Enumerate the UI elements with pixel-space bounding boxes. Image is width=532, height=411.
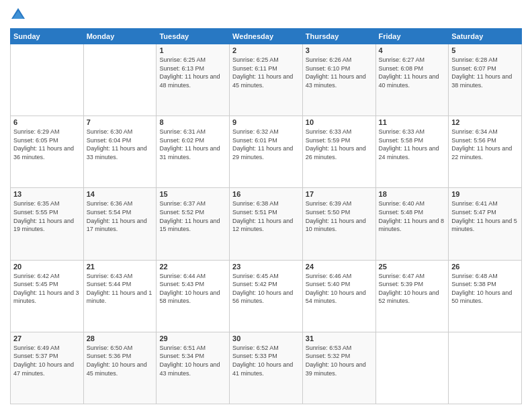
day-number: 18	[379, 190, 446, 198]
calendar-cell: 4Sunrise: 6:27 AMSunset: 6:08 PMDaylight…	[375, 44, 449, 116]
day-number: 23	[232, 263, 300, 271]
weekday-header: Thursday	[302, 29, 375, 44]
calendar-cell: 30Sunrise: 6:52 AMSunset: 5:33 PMDayligh…	[230, 332, 303, 404]
calendar-cell: 13Sunrise: 6:35 AMSunset: 5:55 PMDayligh…	[11, 188, 84, 260]
day-info: Sunrise: 6:40 AMSunset: 5:48 PMDaylight:…	[379, 199, 446, 233]
calendar-cell: 29Sunrise: 6:51 AMSunset: 5:34 PMDayligh…	[157, 332, 230, 404]
calendar-cell: 3Sunrise: 6:26 AMSunset: 6:10 PMDaylight…	[302, 44, 375, 116]
day-number: 19	[451, 190, 519, 198]
weekday-header: Friday	[375, 29, 449, 44]
calendar-cell: 18Sunrise: 6:40 AMSunset: 5:48 PMDayligh…	[375, 188, 449, 260]
day-number: 9	[232, 118, 300, 126]
day-number: 15	[159, 190, 226, 198]
calendar-cell: 31Sunrise: 6:53 AMSunset: 5:32 PMDayligh…	[302, 332, 375, 404]
day-info: Sunrise: 6:39 AMSunset: 5:50 PMDaylight:…	[306, 199, 373, 233]
weekday-header-row: SundayMondayTuesdayWednesdayThursdayFrid…	[11, 29, 522, 44]
calendar-cell: 17Sunrise: 6:39 AMSunset: 5:50 PMDayligh…	[302, 188, 375, 260]
calendar-cell	[449, 332, 522, 404]
calendar-cell: 10Sunrise: 6:33 AMSunset: 5:59 PMDayligh…	[302, 116, 375, 188]
day-number: 29	[159, 334, 226, 342]
day-number: 31	[306, 334, 373, 342]
calendar-cell: 28Sunrise: 6:50 AMSunset: 5:36 PMDayligh…	[83, 332, 157, 404]
day-info: Sunrise: 6:50 AMSunset: 5:36 PMDaylight:…	[87, 344, 154, 377]
day-info: Sunrise: 6:45 AMSunset: 5:42 PMDaylight:…	[232, 272, 300, 306]
day-info: Sunrise: 6:26 AMSunset: 6:10 PMDaylight:…	[306, 56, 373, 89]
calendar-table: SundayMondayTuesdayWednesdayThursdayFrid…	[10, 28, 522, 404]
calendar-cell: 5Sunrise: 6:28 AMSunset: 6:07 PMDaylight…	[449, 44, 522, 116]
calendar-cell: 19Sunrise: 6:41 AMSunset: 5:47 PMDayligh…	[449, 188, 522, 260]
day-info: Sunrise: 6:41 AMSunset: 5:47 PMDaylight:…	[451, 199, 519, 233]
weekday-header: Tuesday	[157, 29, 230, 44]
day-info: Sunrise: 6:36 AMSunset: 5:54 PMDaylight:…	[87, 199, 154, 233]
day-number: 12	[451, 118, 519, 126]
calendar-week-row: 27Sunrise: 6:49 AMSunset: 5:37 PMDayligh…	[11, 332, 522, 404]
day-number: 8	[159, 118, 226, 126]
day-number: 4	[379, 46, 446, 54]
day-number: 7	[87, 118, 154, 126]
day-info: Sunrise: 6:47 AMSunset: 5:39 PMDaylight:…	[379, 272, 446, 306]
day-info: Sunrise: 6:34 AMSunset: 5:56 PMDaylight:…	[451, 128, 519, 161]
day-info: Sunrise: 6:37 AMSunset: 5:52 PMDaylight:…	[159, 199, 226, 233]
day-info: Sunrise: 6:44 AMSunset: 5:43 PMDaylight:…	[159, 272, 226, 306]
day-number: 17	[306, 190, 373, 198]
calendar-cell: 24Sunrise: 6:46 AMSunset: 5:40 PMDayligh…	[302, 260, 375, 332]
day-number: 10	[306, 118, 373, 126]
calendar-cell: 8Sunrise: 6:31 AMSunset: 6:02 PMDaylight…	[157, 116, 230, 188]
day-info: Sunrise: 6:38 AMSunset: 5:51 PMDaylight:…	[232, 199, 300, 233]
day-number: 5	[451, 46, 519, 54]
day-number: 16	[232, 190, 300, 198]
weekday-header: Sunday	[11, 29, 84, 44]
calendar-cell: 2Sunrise: 6:25 AMSunset: 6:11 PMDaylight…	[230, 44, 303, 116]
day-info: Sunrise: 6:52 AMSunset: 5:33 PMDaylight:…	[232, 344, 300, 377]
calendar-cell: 1Sunrise: 6:25 AMSunset: 6:13 PMDaylight…	[157, 44, 230, 116]
day-number: 24	[306, 263, 373, 271]
day-number: 21	[87, 263, 154, 271]
calendar-cell: 25Sunrise: 6:47 AMSunset: 5:39 PMDayligh…	[375, 260, 449, 332]
day-number: 22	[159, 263, 226, 271]
day-number: 13	[13, 190, 81, 198]
day-number: 27	[13, 334, 81, 342]
day-info: Sunrise: 6:28 AMSunset: 6:07 PMDaylight:…	[451, 56, 519, 89]
calendar-week-row: 13Sunrise: 6:35 AMSunset: 5:55 PMDayligh…	[11, 188, 522, 260]
weekday-header: Saturday	[449, 29, 522, 44]
day-info: Sunrise: 6:27 AMSunset: 6:08 PMDaylight:…	[379, 56, 446, 89]
day-number: 14	[87, 190, 154, 198]
logo-icon	[10, 7, 26, 23]
day-info: Sunrise: 6:30 AMSunset: 6:04 PMDaylight:…	[87, 128, 154, 161]
day-info: Sunrise: 6:25 AMSunset: 6:11 PMDaylight:…	[232, 56, 300, 89]
day-number: 25	[379, 263, 446, 271]
calendar-cell	[83, 44, 157, 116]
calendar-cell	[375, 332, 449, 404]
calendar-cell: 9Sunrise: 6:32 AMSunset: 6:01 PMDaylight…	[230, 116, 303, 188]
calendar-cell: 23Sunrise: 6:45 AMSunset: 5:42 PMDayligh…	[230, 260, 303, 332]
day-info: Sunrise: 6:46 AMSunset: 5:40 PMDaylight:…	[306, 272, 373, 306]
calendar-cell: 12Sunrise: 6:34 AMSunset: 5:56 PMDayligh…	[449, 116, 522, 188]
day-number: 26	[451, 263, 519, 271]
day-info: Sunrise: 6:53 AMSunset: 5:32 PMDaylight:…	[306, 344, 373, 377]
day-number: 28	[87, 334, 154, 342]
day-number: 30	[232, 334, 300, 342]
day-number: 1	[159, 46, 226, 54]
day-info: Sunrise: 6:49 AMSunset: 5:37 PMDaylight:…	[13, 344, 81, 377]
calendar-cell: 21Sunrise: 6:43 AMSunset: 5:44 PMDayligh…	[83, 260, 157, 332]
day-info: Sunrise: 6:42 AMSunset: 5:45 PMDaylight:…	[13, 272, 81, 306]
day-info: Sunrise: 6:25 AMSunset: 6:13 PMDaylight:…	[159, 56, 226, 89]
logo	[10, 7, 29, 23]
calendar-cell	[11, 44, 84, 116]
day-info: Sunrise: 6:32 AMSunset: 6:01 PMDaylight:…	[232, 128, 300, 161]
calendar-week-row: 20Sunrise: 6:42 AMSunset: 5:45 PMDayligh…	[11, 260, 522, 332]
calendar-cell: 27Sunrise: 6:49 AMSunset: 5:37 PMDayligh…	[11, 332, 84, 404]
day-info: Sunrise: 6:33 AMSunset: 5:59 PMDaylight:…	[306, 128, 373, 161]
calendar-cell: 20Sunrise: 6:42 AMSunset: 5:45 PMDayligh…	[11, 260, 84, 332]
day-number: 6	[13, 118, 81, 126]
page: SundayMondayTuesdayWednesdayThursdayFrid…	[0, 0, 532, 411]
weekday-header: Wednesday	[230, 29, 303, 44]
calendar-cell: 15Sunrise: 6:37 AMSunset: 5:52 PMDayligh…	[157, 188, 230, 260]
weekday-header: Monday	[83, 29, 157, 44]
day-info: Sunrise: 6:35 AMSunset: 5:55 PMDaylight:…	[13, 199, 81, 233]
day-number: 20	[13, 263, 81, 271]
calendar-cell: 6Sunrise: 6:29 AMSunset: 6:05 PMDaylight…	[11, 116, 84, 188]
day-info: Sunrise: 6:43 AMSunset: 5:44 PMDaylight:…	[87, 272, 154, 306]
day-info: Sunrise: 6:29 AMSunset: 6:05 PMDaylight:…	[13, 128, 81, 161]
calendar-week-row: 1Sunrise: 6:25 AMSunset: 6:13 PMDaylight…	[11, 44, 522, 116]
